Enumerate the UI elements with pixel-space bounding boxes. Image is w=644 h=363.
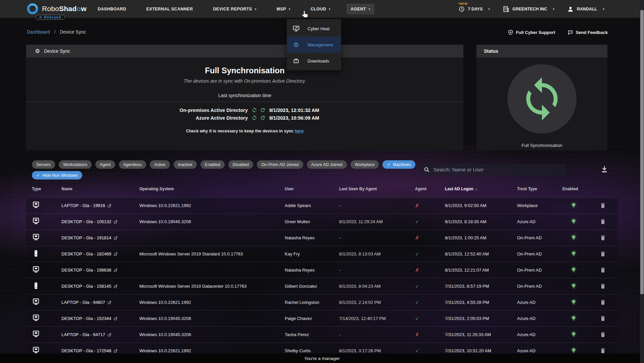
table-row[interactable]: LAPTOP - Gla - 19916 Windows 10.0.22621.… (26, 197, 618, 213)
rebrand-badge[interactable]: Rebrand (36, 15, 65, 20)
organization-selector[interactable]: GREENTECH INC (503, 6, 554, 12)
table-row[interactable]: DESKTOP - Gla - 191814 Natasha Reyes - ✗… (26, 230, 618, 246)
col-last-seen[interactable]: Last Seen By Agent (339, 187, 414, 191)
last-ad-logon-cell: 7/31/2023, 11:25:33 AM (445, 332, 517, 337)
filter-chip[interactable]: ✓ Azure AD Joined (307, 160, 347, 169)
search-input[interactable] (433, 167, 562, 172)
filter-chip[interactable]: ✓ Servers (32, 160, 55, 169)
trash-icon[interactable] (600, 331, 606, 338)
enabled-bulb-icon[interactable] (570, 348, 577, 354)
enabled-bulb-icon[interactable] (570, 202, 577, 209)
trash-icon[interactable] (600, 283, 606, 289)
filter-chip[interactable]: ✓ Disabled (228, 160, 254, 169)
enabled-bulb-icon[interactable] (570, 283, 577, 289)
enabled-bulb-icon[interactable] (570, 218, 577, 225)
nav-item[interactable]: DEVICE REPORTS (209, 4, 261, 14)
filter-chip[interactable]: ✓ Workplace (351, 160, 379, 169)
open-device-link-icon[interactable] (113, 252, 118, 256)
trash-icon[interactable] (600, 251, 606, 257)
scrollbar-thumb[interactable] (640, 10, 644, 294)
enabled-bulb-icon[interactable] (570, 251, 577, 257)
table-row[interactable]: DESKTOP - Gla - 158145 Microsoft Windows… (26, 278, 618, 294)
trash-icon[interactable] (600, 218, 606, 225)
period-selector[interactable]: *NEW 7 DAYS (459, 6, 490, 12)
filter-chip[interactable]: ✓ Agent (95, 160, 115, 169)
device-name-cell: LAPTOP - Gla - 19916 (61, 203, 139, 208)
col-agent[interactable]: Agent (414, 187, 445, 191)
sync-arrows-icon[interactable] (251, 107, 257, 113)
nav-item-label: CLOUD (311, 7, 326, 11)
app-logo[interactable]: RoboShadow (26, 2, 87, 15)
nav-item[interactable]: MSP (273, 4, 294, 14)
open-device-link-icon[interactable] (113, 349, 118, 353)
menu-item-management[interactable]: Management (287, 37, 341, 53)
hide-non-windows-toggle[interactable]: ✓ Hide Non Windows (32, 171, 82, 179)
open-device-link-icon[interactable] (107, 204, 111, 208)
breadcrumb-dashboard-link[interactable]: Dashboard (27, 29, 50, 35)
trash-icon[interactable] (600, 202, 606, 209)
menu-item-downloads[interactable]: Downloads (287, 53, 341, 69)
col-name[interactable]: Name (61, 187, 139, 191)
menu-item-cyber-heal[interactable]: Cyber Heal (287, 21, 341, 37)
open-device-link-icon[interactable] (113, 317, 118, 321)
trash-icon[interactable] (600, 235, 606, 241)
sync-note-link[interactable]: here (295, 129, 304, 133)
status-panel: Status Full Synchronisation (476, 45, 607, 150)
col-enabled[interactable]: Enabled (562, 187, 593, 191)
enabled-bulb-icon[interactable] (570, 235, 577, 241)
enabled-cell (562, 251, 593, 257)
filter-chip[interactable]: ✓ Enabled (200, 160, 225, 169)
enabled-bulb-icon[interactable] (570, 315, 577, 322)
open-device-link-icon[interactable] (107, 300, 111, 305)
device-type-cell (32, 249, 61, 258)
open-device-link-icon[interactable] (113, 236, 118, 240)
filter-chip[interactable]: ✓ Active (150, 160, 170, 169)
user-menu[interactable]: RANDALL (567, 6, 604, 12)
nav-item[interactable]: AGENT (347, 4, 374, 14)
filter-chip[interactable]: ✓ On-Prem AD Joined (257, 160, 303, 169)
col-last-ad-logon-label: Last AD Logon (445, 187, 473, 191)
nav-item[interactable]: DASHBOARD (94, 4, 130, 14)
table-row[interactable]: DESKTOP - Gla - 182469 Microsoft Windows… (26, 246, 618, 262)
nav-item[interactable]: EXTERNAL SCANNER (142, 4, 197, 14)
filter-chip[interactable]: ✓ Machines (382, 160, 415, 169)
trash-icon[interactable] (600, 299, 606, 306)
refresh-icon[interactable] (260, 107, 266, 113)
filter-chip[interactable]: ✓ Inactive (174, 160, 197, 169)
filter-chip[interactable]: ✓ Agentless (119, 160, 146, 169)
trash-icon[interactable] (600, 267, 606, 273)
open-device-link-icon[interactable] (107, 333, 111, 337)
trash-icon[interactable] (600, 315, 606, 322)
open-device-link-icon[interactable] (113, 268, 118, 272)
open-device-link-icon[interactable] (113, 284, 118, 288)
col-user[interactable]: User (285, 187, 339, 191)
gear-icon (35, 48, 40, 55)
trash-icon[interactable] (600, 348, 606, 354)
enabled-bulb-icon[interactable] (570, 299, 577, 306)
table-row[interactable]: DESKTOP - Gla - 152344 Windows 10.0.1904… (26, 310, 618, 326)
table-row[interactable]: DESKTOP - Gla - 198638 Natasha Reyes - ✗… (26, 262, 618, 278)
device-name-cell: DESKTOP - Gla - 198638 (61, 268, 139, 273)
open-device-link-icon[interactable] (113, 220, 118, 224)
enabled-bulb-icon[interactable] (570, 267, 577, 273)
nav-item[interactable]: CLOUD (307, 4, 334, 14)
delete-cell (593, 251, 613, 257)
filter-chip[interactable]: ✓ Workstations (59, 160, 92, 169)
table-row[interactable]: LAPTOP - Gla - 94807 Windows 10.0.22621.… (26, 294, 618, 310)
enabled-bulb-icon[interactable] (570, 331, 577, 338)
col-trust-type[interactable]: Trust Type (517, 187, 562, 191)
device-name-cell: LAPTOP - Gla - 64717 (61, 332, 139, 337)
table-row[interactable]: LAPTOP - Gla - 64717 Windows 10.0.19045.… (26, 326, 618, 342)
refresh-icon[interactable] (260, 115, 266, 121)
table-row[interactable]: DESKTOP - Gla - 105132 Windows 10.0.1904… (26, 213, 618, 230)
sync-arrows-icon[interactable] (251, 115, 257, 121)
agent-status-icon: ✗ (415, 332, 419, 337)
delete-cell (593, 267, 613, 273)
status-panel-header: Status (476, 45, 607, 57)
full-cyber-support-button[interactable]: Full Cyber Support (508, 30, 555, 35)
export-download-button[interactable] (600, 165, 609, 174)
col-last-ad-logon[interactable]: Last AD Logon (445, 187, 517, 191)
send-feedback-button[interactable]: Send Feedback (567, 30, 608, 35)
col-type[interactable]: Type (32, 187, 61, 191)
col-operating-system[interactable]: Operating System (139, 187, 285, 191)
